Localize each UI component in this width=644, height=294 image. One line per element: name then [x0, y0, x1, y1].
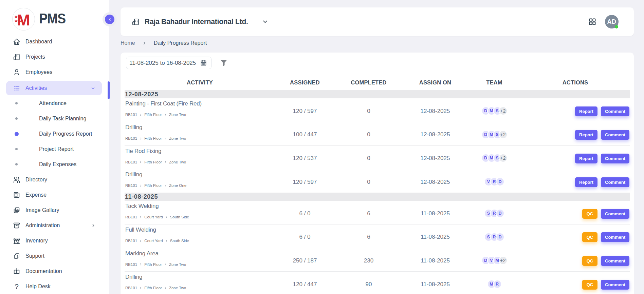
svg-text:M: M — [17, 11, 30, 29]
